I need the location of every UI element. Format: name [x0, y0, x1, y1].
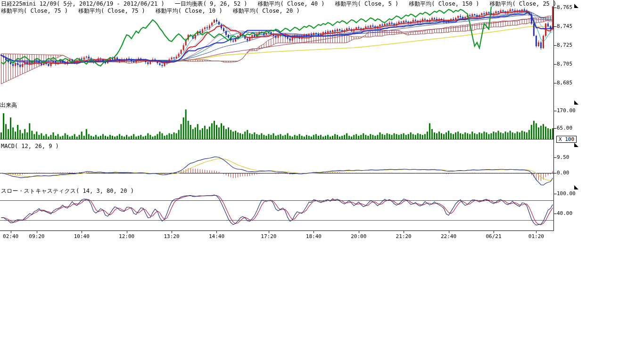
macd-panel-label: MACD( 12, 26, 9 ) — [1, 143, 59, 149]
volume-panel-resize-handle[interactable] — [574, 100, 578, 105]
indicator-legend-item: 移動平均( Close, 75 ) — [1, 8, 68, 15]
volume-multiplier-text: X 100 — [559, 136, 574, 142]
volume-scale-multiplier: X 100 — [556, 136, 577, 143]
indicator-legend-item: 移動平均( Close, 10 ) — [156, 8, 223, 15]
indicator-legend-item: 日経225mini 12/09( 5分, 2012/06/19 - 2012/0… — [1, 0, 165, 8]
indicator-legend-item: 移動平均( Close, 150 ) — [409, 0, 479, 8]
indicator-legend-row-1: 日経225mini 12/09( 5分, 2012/06/19 - 2012/0… — [1, 0, 556, 8]
volume-panel-label: 出来高 — [0, 101, 17, 109]
indicator-legend-item: 移動平均( Close, 5 ) — [335, 0, 399, 8]
chart-window: 日経225mini 12/09( 5分, 2012/06/19 - 2012/0… — [0, 0, 644, 362]
stochastics-panel-resize-handle[interactable] — [574, 185, 578, 189]
stochastics-panel-label: スロー・ストキャスティクス( 14, 3, 80, 20 ) — [1, 187, 134, 195]
macd-panel-resize-handle[interactable] — [574, 143, 578, 147]
indicator-legend-item: 移動平均( Close, 40 ) — [258, 0, 325, 8]
indicator-legend-row-2: 移動平均( Close, 75 )移動平均( Close, 75 )移動平均( … — [1, 8, 556, 15]
indicator-legend-item: 一目均衡表( 9, 26, 52 ) — [175, 0, 248, 8]
chart-header: 日経225mini 12/09( 5分, 2012/06/19 - 2012/0… — [1, 0, 556, 15]
price-panel-resize-handle[interactable] — [574, 4, 578, 8]
indicator-legend-item: 移動平均( Close, 20 ) — [233, 8, 300, 15]
indicator-legend-item: 移動平均( Close, 75 ) — [78, 8, 145, 15]
chart-plot-area[interactable] — [0, 0, 585, 236]
indicator-legend-item: 移動平均( Close, 25 ) — [489, 0, 556, 8]
